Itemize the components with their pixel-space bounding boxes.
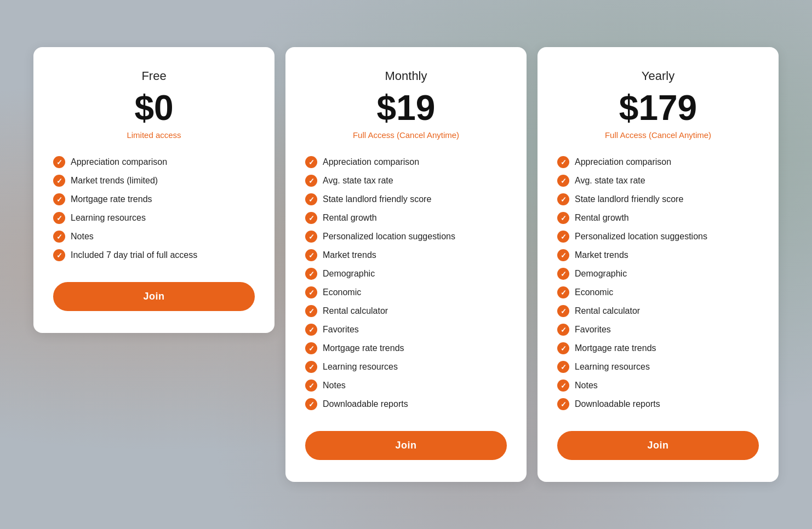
list-item: Avg. state tax rate bbox=[305, 171, 507, 190]
feature-text: Market trends bbox=[323, 250, 376, 260]
feature-text: Notes bbox=[71, 232, 94, 242]
check-icon bbox=[53, 231, 65, 243]
join-button-free[interactable]: Join bbox=[53, 282, 255, 311]
list-item: Market trends bbox=[557, 246, 759, 264]
feature-text: Personalized location suggestions bbox=[575, 232, 707, 242]
list-item: Rental calculator bbox=[305, 302, 507, 320]
feature-text: Appreciation comparison bbox=[575, 157, 671, 167]
feature-text: Demographic bbox=[323, 269, 375, 279]
check-icon bbox=[305, 249, 317, 261]
pricing-card-yearly: Yearly$179Full Access (Cancel Anytime)Ap… bbox=[537, 47, 779, 482]
check-icon bbox=[53, 193, 65, 205]
feature-text: Demographic bbox=[575, 269, 627, 279]
feature-text: Notes bbox=[323, 381, 346, 390]
check-icon bbox=[557, 305, 569, 317]
check-icon bbox=[305, 286, 317, 298]
list-item: Appreciation comparison bbox=[53, 153, 255, 171]
check-icon bbox=[557, 175, 569, 187]
feature-text: Rental growth bbox=[323, 213, 377, 223]
list-item: Rental growth bbox=[305, 209, 507, 227]
join-button-yearly[interactable]: Join bbox=[557, 431, 759, 460]
feature-text: Rental calculator bbox=[323, 306, 388, 316]
list-item: Demographic bbox=[557, 264, 759, 283]
list-item: Market trends (limited) bbox=[53, 171, 255, 190]
feature-text: Learning resources bbox=[323, 362, 398, 372]
card-price-free: $0 bbox=[53, 89, 255, 127]
list-item: Learning resources bbox=[53, 209, 255, 227]
check-icon bbox=[305, 212, 317, 224]
feature-text: Mortgage rate trends bbox=[71, 194, 152, 204]
access-label-monthly: Full Access (Cancel Anytime) bbox=[305, 130, 507, 140]
join-button-monthly[interactable]: Join bbox=[305, 431, 507, 460]
check-icon bbox=[305, 361, 317, 373]
check-icon bbox=[305, 156, 317, 168]
list-item: Mortgage rate trends bbox=[557, 339, 759, 358]
check-icon bbox=[557, 286, 569, 298]
list-item: Notes bbox=[53, 227, 255, 246]
list-item: Avg. state tax rate bbox=[557, 171, 759, 190]
check-icon bbox=[557, 268, 569, 280]
check-icon bbox=[557, 342, 569, 354]
feature-text: Rental calculator bbox=[575, 306, 640, 316]
check-icon bbox=[305, 398, 317, 410]
list-item: Favorites bbox=[557, 320, 759, 339]
list-item: Downloadable reports bbox=[305, 395, 507, 413]
feature-text: Rental growth bbox=[575, 213, 629, 223]
card-title-monthly: Monthly bbox=[305, 69, 507, 83]
list-item: State landlord friendly score bbox=[305, 190, 507, 209]
check-icon bbox=[557, 361, 569, 373]
feature-list-monthly: Appreciation comparisonAvg. state tax ra… bbox=[305, 153, 507, 413]
feature-text: Avg. state tax rate bbox=[323, 176, 393, 186]
check-icon bbox=[557, 324, 569, 336]
list-item: Rental calculator bbox=[557, 302, 759, 320]
list-item: Appreciation comparison bbox=[557, 153, 759, 171]
list-item: Favorites bbox=[305, 320, 507, 339]
list-item: Market trends bbox=[305, 246, 507, 264]
check-icon bbox=[557, 249, 569, 261]
check-icon bbox=[53, 249, 65, 261]
list-item: Personalized location suggestions bbox=[305, 227, 507, 246]
pricing-card-monthly: Monthly$19Full Access (Cancel Anytime)Ap… bbox=[285, 47, 527, 482]
check-icon bbox=[305, 380, 317, 392]
access-label-yearly: Full Access (Cancel Anytime) bbox=[557, 130, 759, 140]
list-item: Appreciation comparison bbox=[305, 153, 507, 171]
check-icon bbox=[53, 156, 65, 168]
feature-text: Learning resources bbox=[575, 362, 650, 372]
card-price-yearly: $179 bbox=[557, 89, 759, 127]
check-icon bbox=[53, 212, 65, 224]
feature-text: Appreciation comparison bbox=[71, 157, 167, 167]
list-item: Economic bbox=[557, 283, 759, 302]
check-icon bbox=[557, 212, 569, 224]
feature-text: Notes bbox=[575, 381, 598, 390]
card-title-yearly: Yearly bbox=[557, 69, 759, 83]
check-icon bbox=[557, 193, 569, 205]
list-item: Notes bbox=[305, 376, 507, 395]
card-title-free: Free bbox=[53, 69, 255, 83]
list-item: Included 7 day trial of full access bbox=[53, 246, 255, 264]
check-icon bbox=[305, 193, 317, 205]
list-item: Notes bbox=[557, 376, 759, 395]
feature-text: Market trends (limited) bbox=[71, 176, 158, 186]
list-item: State landlord friendly score bbox=[557, 190, 759, 209]
feature-text: Mortgage rate trends bbox=[575, 343, 656, 353]
feature-text: Included 7 day trial of full access bbox=[71, 250, 197, 260]
check-icon bbox=[305, 342, 317, 354]
card-price-monthly: $19 bbox=[305, 89, 507, 127]
list-item: Mortgage rate trends bbox=[53, 190, 255, 209]
feature-text: Market trends bbox=[575, 250, 628, 260]
feature-text: Mortgage rate trends bbox=[323, 343, 404, 353]
feature-text: Downloadable reports bbox=[575, 399, 660, 409]
list-item: Rental growth bbox=[557, 209, 759, 227]
feature-list-yearly: Appreciation comparisonAvg. state tax ra… bbox=[557, 153, 759, 413]
feature-text: Downloadable reports bbox=[323, 399, 408, 409]
access-label-free: Limited access bbox=[53, 130, 255, 140]
check-icon bbox=[305, 231, 317, 243]
list-item: Learning resources bbox=[305, 358, 507, 376]
check-icon bbox=[557, 380, 569, 392]
feature-text: Economic bbox=[575, 288, 613, 297]
feature-text: Appreciation comparison bbox=[323, 157, 419, 167]
feature-text: Favorites bbox=[323, 325, 359, 335]
check-icon bbox=[557, 156, 569, 168]
check-icon bbox=[53, 175, 65, 187]
list-item: Demographic bbox=[305, 264, 507, 283]
